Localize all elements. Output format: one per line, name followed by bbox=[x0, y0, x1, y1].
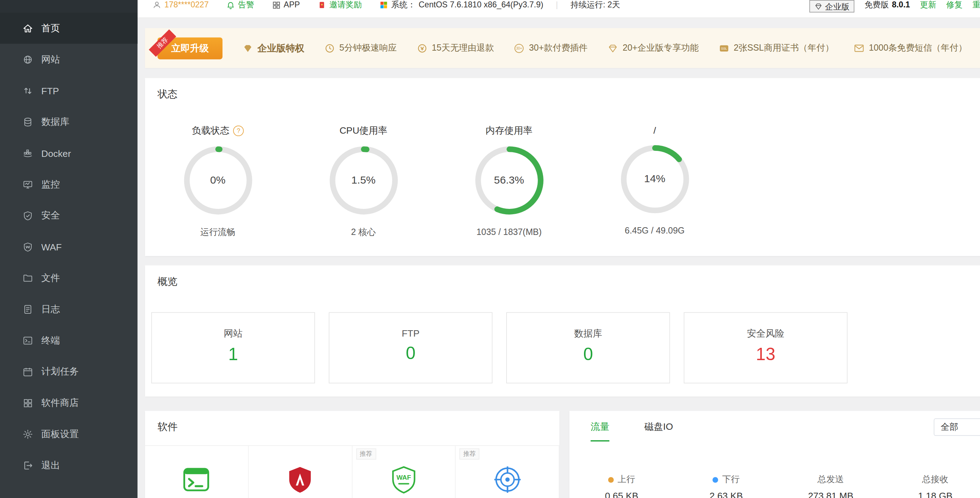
sidebar-item-home[interactable]: 首页 bbox=[0, 13, 138, 44]
envelope-icon bbox=[854, 43, 865, 54]
sidebar-item-label: 首页 bbox=[41, 22, 60, 34]
account-menu[interactable]: 178****0227 bbox=[153, 0, 209, 10]
upgrade-now-button[interactable]: 推荐 立即升级 bbox=[158, 37, 223, 59]
gauge-subtext: 1035 / 1837(MB) bbox=[477, 227, 542, 237]
gauge-percent: 56.3% bbox=[473, 144, 545, 217]
gauge-ring: 0% bbox=[181, 144, 254, 217]
traffic-tabs: 流量 磁盘IO bbox=[569, 411, 980, 441]
overview-box-database[interactable]: 数据库 0 bbox=[506, 312, 670, 383]
enterprise-badge[interactable]: 企业版 bbox=[809, 0, 854, 13]
software-card: 软件 推荐 WAF 推荐 bbox=[145, 411, 559, 498]
total-received-value: 1.18 GB bbox=[918, 490, 953, 498]
sidebar-logo-area bbox=[0, 0, 138, 13]
log-document-icon bbox=[22, 304, 33, 314]
overview-box-value: 0 bbox=[406, 344, 416, 364]
sidebar-item-label: 安全 bbox=[41, 209, 60, 222]
sidebar-item-terminal[interactable]: 终端 bbox=[0, 325, 138, 356]
gauge-disk-root[interactable]: / 14% 6.45G / 49.09G bbox=[582, 125, 728, 238]
system-label: 系统： bbox=[391, 0, 415, 10]
overview-box-value: 1 bbox=[228, 345, 238, 365]
gauge-cpu[interactable]: CPU使用率 1.5% 2 核心 bbox=[291, 125, 436, 238]
sidebar-item-security[interactable]: 安全 bbox=[0, 200, 138, 231]
folder-icon bbox=[22, 273, 33, 283]
software-item-app-shield[interactable] bbox=[248, 446, 352, 498]
plugins-30-icon: 30+ bbox=[514, 43, 525, 54]
sidebar-item-logs[interactable]: 日志 bbox=[0, 293, 138, 325]
user-icon bbox=[153, 0, 161, 9]
gauge-subtext: 2 核心 bbox=[351, 227, 375, 238]
tab-disk-io[interactable]: 磁盘IO bbox=[644, 421, 673, 442]
overview-boxes: 网站 1 FTP 0 数据库 0 安全风险 13 bbox=[145, 312, 980, 383]
restart-link[interactable]: 重启 bbox=[973, 0, 980, 10]
system-value: CentOS 7.6.1810 x86_64(Py3.7.9) bbox=[418, 0, 543, 10]
version-info: 免费版 8.0.1 bbox=[865, 0, 910, 10]
invite-reward-link[interactable]: 邀请奖励 bbox=[318, 0, 362, 10]
gauge-subtext: 运行流畅 bbox=[200, 227, 235, 238]
red-envelope-icon bbox=[318, 0, 326, 9]
gauge-percent: 0% bbox=[181, 144, 254, 217]
gauge-memory[interactable]: 内存使用率 56.3% 1035 / 1837(MB) bbox=[436, 125, 582, 238]
sidebar-item-logout[interactable]: 退出 bbox=[0, 449, 138, 481]
sidebar-item-appstore[interactable]: 软件商店 bbox=[0, 387, 138, 419]
logout-icon bbox=[22, 460, 33, 471]
sidebar-item-settings[interactable]: 面板设置 bbox=[0, 419, 138, 450]
overview-box-security-risk[interactable]: 安全风险 13 bbox=[684, 312, 847, 383]
gauge-load[interactable]: 负载状态 ? 0% 运行流畅 bbox=[145, 125, 291, 238]
diamond-icon bbox=[815, 2, 822, 10]
overview-box-label: FTP bbox=[402, 328, 419, 338]
sidebar-item-website[interactable]: 网站 bbox=[0, 44, 138, 75]
diamond-icon bbox=[243, 43, 253, 54]
overview-box-label: 数据库 bbox=[574, 328, 602, 340]
sidebar-item-ftp[interactable]: FTP bbox=[0, 75, 138, 106]
sidebar-item-monitor[interactable]: 监控 bbox=[0, 168, 138, 200]
repair-link[interactable]: 修复 bbox=[946, 0, 963, 10]
banner-item-privilege[interactable]: 企业版特权 bbox=[243, 42, 304, 54]
banner-item-response: 5分钟极速响应 bbox=[324, 43, 397, 54]
overview-box-websites[interactable]: 网站 1 bbox=[151, 312, 315, 383]
sidebar-item-cron[interactable]: 计划任务 bbox=[0, 356, 138, 387]
uptime-text: 持续运行: 2天 bbox=[571, 0, 620, 10]
topbar-left: 178****0227 告警 APP 邀请奖励 系统： CentOS 7.6.1… bbox=[153, 0, 620, 10]
app-link[interactable]: APP bbox=[272, 0, 300, 10]
overview-card: 概览 网站 1 FTP 0 数据库 0 安全风险 13 bbox=[145, 265, 980, 397]
overview-title: 概览 bbox=[145, 265, 980, 289]
transfer-arrows-icon bbox=[22, 85, 33, 96]
status-gauges: 负载状态 ? 0% 运行流畅 CPU使用率 1.5% 2 核心 bbox=[145, 125, 980, 238]
sidebar-item-waf[interactable]: WAF bbox=[0, 231, 138, 262]
update-link[interactable]: 更新 bbox=[920, 0, 936, 10]
legend-upstream: 上行 0.65 KB bbox=[569, 474, 674, 498]
downstream-dot bbox=[713, 477, 719, 482]
sidebar-item-files[interactable]: 文件 bbox=[0, 262, 138, 293]
system-info: 系统： CentOS 7.6.1810 x86_64(Py3.7.9) bbox=[379, 0, 544, 10]
overview-box-value: 0 bbox=[583, 345, 593, 365]
svg-text:30+: 30+ bbox=[516, 46, 522, 50]
tab-traffic[interactable]: 流量 bbox=[591, 421, 609, 442]
database-icon bbox=[22, 116, 33, 127]
traffic-legend: 上行 0.65 KB 下行 2.63 KB 总发送 273.81 MB 总接收 … bbox=[569, 474, 980, 498]
topbar-right: 企业版 免费版 8.0.1 更新 修复 重启 bbox=[809, 0, 980, 13]
software-item-site-monitor[interactable]: 推荐 bbox=[456, 446, 559, 498]
software-item-waf[interactable]: 推荐 WAF bbox=[352, 446, 455, 498]
site-monitor-app-icon bbox=[492, 465, 522, 495]
refund-icon bbox=[417, 43, 427, 54]
overview-box-label: 网站 bbox=[224, 328, 243, 340]
alerts-link[interactable]: 告警 bbox=[226, 0, 254, 10]
gauge-label: CPU使用率 bbox=[339, 125, 387, 137]
bt-panel-dashboard: 首页 网站 FTP 数据库 Docker 监控 bbox=[0, 0, 980, 498]
sidebar-item-label: 监控 bbox=[41, 178, 60, 190]
overview-box-ftp[interactable]: FTP 0 bbox=[329, 312, 492, 383]
traffic-card: 流量 磁盘IO 全部 ▼ 上行 0.65 KB 下行 2.63 KB bbox=[569, 411, 980, 498]
sidebar-item-database[interactable]: 数据库 bbox=[0, 106, 138, 138]
help-icon[interactable]: ? bbox=[233, 125, 243, 136]
status-title: 状态 bbox=[145, 78, 980, 101]
version-number: 8.0.1 bbox=[892, 0, 910, 10]
downstream-value: 2.63 KB bbox=[710, 490, 743, 498]
gauge-label: 负载状态 bbox=[192, 125, 229, 137]
gauge-ring: 1.5% bbox=[327, 144, 399, 217]
interface-filter-select[interactable]: 全部 ▼ bbox=[934, 419, 980, 436]
software-item-terminal[interactable] bbox=[145, 446, 248, 498]
terminal-app-icon bbox=[181, 465, 212, 495]
sidebar-item-docker[interactable]: Docker bbox=[0, 138, 138, 169]
sidebar-item-label: 终端 bbox=[41, 335, 60, 346]
bell-icon bbox=[226, 0, 235, 9]
